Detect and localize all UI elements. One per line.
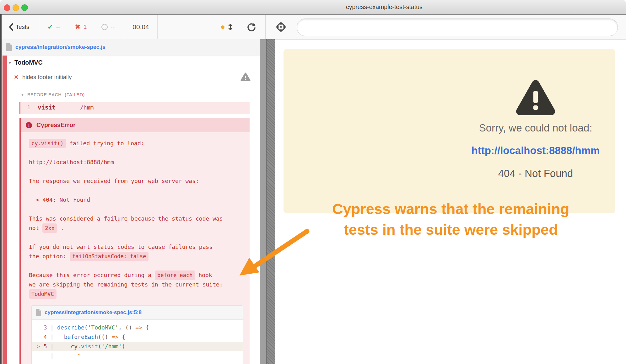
file-icon — [5, 43, 12, 51]
visit-command-row[interactable]: 1 visit /hmm — [19, 102, 250, 114]
error-header: ! CypressError — [19, 118, 250, 132]
suite-name: TodoMVC — [14, 59, 43, 66]
rerun-tests-button[interactable] — [246, 22, 256, 32]
test-warning-icon — [240, 72, 251, 82]
file-icon — [35, 309, 41, 316]
test-name: hides footer initially — [22, 74, 72, 81]
warning-triangle-icon — [515, 79, 556, 117]
pending-count: -- — [111, 24, 115, 30]
aut-toolbar — [266, 15, 626, 39]
hook-caret-icon: ▼ — [21, 93, 24, 97]
code-frame-header: cypress/integration/smoke-spec.js:5:8 — [32, 306, 243, 320]
hook-hierarchy-line — [17, 89, 17, 364]
code-line: | ^ — [32, 351, 243, 361]
collapse-caret-icon: ▾ — [9, 60, 11, 65]
check-icon: ✔ — [47, 24, 53, 30]
x-icon: ✖ — [75, 24, 80, 30]
stat-pending: -- — [101, 24, 115, 30]
spec-file-header: cypress/integration/smoke-spec.js — [2, 39, 260, 55]
failed-url-link[interactable]: http://localhost:8888/hmm — [379, 145, 626, 157]
window-left-edge — [0, 14, 2, 364]
error-paragraph: The response we received from your web s… — [29, 176, 243, 186]
hook-status: (FAILED) — [65, 92, 85, 97]
auto-scroll-toggle[interactable]: ↕ — [221, 22, 234, 32]
stat-failed: ✖ 1 — [75, 24, 87, 30]
spec-file-link[interactable]: cypress/integration/smoke-spec.js — [15, 44, 105, 51]
window-titlebar: cypress-example-test-status — [0, 0, 626, 15]
failed-suite-bar — [3, 56, 7, 364]
failed-test-row[interactable]: ✕ hides footer initially — [14, 74, 72, 81]
before-each-hook-toggle[interactable]: ▼ BEFORE EACH (FAILED) — [21, 92, 85, 97]
annotation-line-1: Cypress warns that the remaining — [294, 199, 608, 219]
circle-icon — [101, 24, 108, 30]
inline-code-pill: cy.visit() — [29, 139, 66, 148]
back-to-tests-button[interactable]: Tests — [0, 15, 38, 39]
test-stats: ✔ -- ✖ 1 -- — [38, 15, 124, 39]
command-name: visit — [38, 104, 56, 111]
scroll-updown-icon: ↕ — [227, 22, 234, 32]
inline-code-pill: TodoMVC — [29, 289, 57, 299]
code-line: 4 | beforeEach(() => { — [32, 332, 243, 342]
error-title: CypressError — [36, 121, 76, 129]
error-paragraph: cy.visit() failed trying to load: — [29, 139, 243, 148]
close-window-button[interactable] — [4, 4, 10, 11]
minimize-window-button[interactable] — [13, 4, 19, 11]
reporter-scrollbar[interactable] — [260, 39, 266, 364]
code-line: > 5 | cy.visit('/hmm') — [32, 342, 243, 351]
inline-code-pill: 2xx — [42, 223, 57, 233]
selector-playground-button[interactable] — [276, 22, 286, 32]
inline-code-pill: failOnStatusCode: false — [70, 252, 148, 261]
error-paragraph: Because this error occurred during a bef… — [29, 270, 243, 299]
http-status-text: 404 - Not Found — [379, 168, 626, 179]
error-paragraph: > 404: Not Found — [29, 195, 243, 205]
annotation-text: Cypress warns that the remaining tests i… — [294, 199, 608, 240]
panel-resize-handle[interactable] — [266, 39, 275, 364]
url-input[interactable] — [297, 19, 618, 36]
error-paragraph: http://localhost:8888/hmm — [29, 158, 243, 167]
passed-count: -- — [56, 24, 60, 30]
cypress-app-window: cypress-example-test-status Tests ✔ -- ✖… — [0, 0, 626, 364]
annotation-line-2: tests in the suite were skipped — [294, 219, 608, 240]
code-line: 3 | describe('TodoMVC', () => { — [32, 323, 243, 332]
error-paragraph: This was considered a failure because th… — [29, 214, 243, 233]
error-paragraph: If you do not want status codes to cause… — [29, 242, 243, 261]
window-title: cypress-example-test-status — [346, 3, 423, 11]
auto-scroll-indicator-dot — [221, 25, 224, 29]
code-frame-body: 3 | describe('TodoMVC', () => { 4 | befo… — [32, 320, 243, 361]
toolbar: Tests ✔ -- ✖ 1 -- 00.04 ↕ — [0, 15, 626, 40]
command-number: 1 — [27, 104, 30, 110]
inline-code-pill: before each — [155, 270, 195, 280]
suite-row[interactable]: ▾ TodoMVC — [9, 59, 43, 66]
hook-label: BEFORE EACH — [27, 92, 62, 97]
test-failed-x-icon: ✕ — [14, 74, 19, 81]
code-frame: cypress/integration/smoke-spec.js:5:8 3 … — [31, 305, 243, 364]
command-message: /hmm — [80, 104, 94, 111]
failed-count: 1 — [84, 24, 87, 30]
zoom-window-button[interactable] — [21, 4, 28, 11]
error-bang-icon: ! — [26, 122, 32, 128]
back-chevron-icon — [9, 23, 13, 31]
tests-button-label: Tests — [16, 24, 29, 30]
reporter-toolbar-right: ↕ — [157, 15, 266, 39]
visit-failure-sorry-text: Sorry, we could not load: — [379, 122, 626, 134]
test-duration: 00.04 — [124, 15, 158, 39]
stat-passed: ✔ -- — [47, 24, 60, 30]
code-frame-file-link[interactable]: cypress/integration/smoke-spec.js:5:8 — [45, 309, 142, 316]
